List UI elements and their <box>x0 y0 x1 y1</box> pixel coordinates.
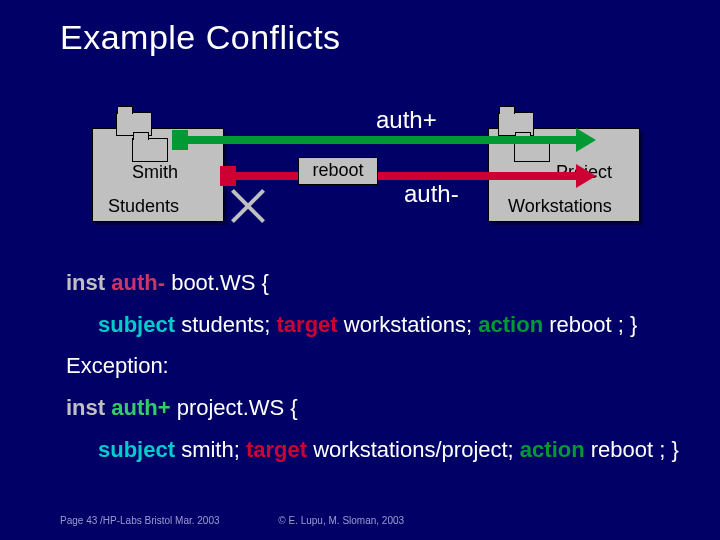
keyword-target: target <box>246 437 307 462</box>
keyword-target: target <box>277 312 338 337</box>
label-smith: Smith <box>132 162 178 183</box>
policy-2-line-2: subject smith; target workstations/proje… <box>66 435 680 465</box>
policy-1-subject-val: students; <box>181 312 276 337</box>
policy-1-action-val: reboot ; } <box>549 312 637 337</box>
exception-label: Exception: <box>66 351 680 381</box>
deny-cross-icon <box>228 186 268 226</box>
keyword-action: action <box>520 437 585 462</box>
keyword-action: action <box>478 312 543 337</box>
policy-1-line-2: subject students; target workstations; a… <box>66 310 680 340</box>
keyword-inst: inst <box>66 395 105 420</box>
policy-1-name: boot.WS { <box>171 270 269 295</box>
footer-page: Page 43 /HP-Labs Bristol Mar. 2003 <box>60 515 220 526</box>
label-students: Students <box>108 196 179 217</box>
auth-plus-label: auth+ <box>376 106 437 134</box>
body-text: inst auth- boot.WS { subject students; t… <box>66 268 680 476</box>
policy-2-subject-val: smith; <box>181 437 246 462</box>
diagram: Smith Project Students Workstations rebo… <box>0 92 720 242</box>
slide: Example Conflicts Smith Project Students… <box>0 0 720 540</box>
keyword-inst: inst <box>66 270 105 295</box>
policy-2-name: project.WS { <box>177 395 298 420</box>
keyword-auth-minus: auth- <box>111 270 165 295</box>
folder-icon <box>132 138 168 162</box>
policy-2-target-val: workstations/project; <box>313 437 520 462</box>
auth-minus-label: auth- <box>404 180 459 208</box>
policy-2-action-val: reboot ; } <box>591 437 679 462</box>
footer-copyright: © E. Lupu, M. Sloman, 2003 <box>278 515 404 526</box>
keyword-auth-plus: auth+ <box>111 395 170 420</box>
slide-title: Example Conflicts <box>60 18 341 57</box>
footer: Page 43 /HP-Labs Bristol Mar. 2003 © E. … <box>60 515 404 526</box>
policy-1-target-val: workstations; <box>344 312 479 337</box>
auth-plus-arrow <box>178 136 582 144</box>
label-workstations: Workstations <box>508 196 612 217</box>
policy-1-line-1: inst auth- boot.WS { <box>66 268 680 298</box>
policy-2-line-1: inst auth+ project.WS { <box>66 393 680 423</box>
keyword-subject: subject <box>98 312 175 337</box>
keyword-subject: subject <box>98 437 175 462</box>
reboot-action-box: reboot <box>298 157 378 185</box>
auth-minus-arrow <box>226 172 582 180</box>
